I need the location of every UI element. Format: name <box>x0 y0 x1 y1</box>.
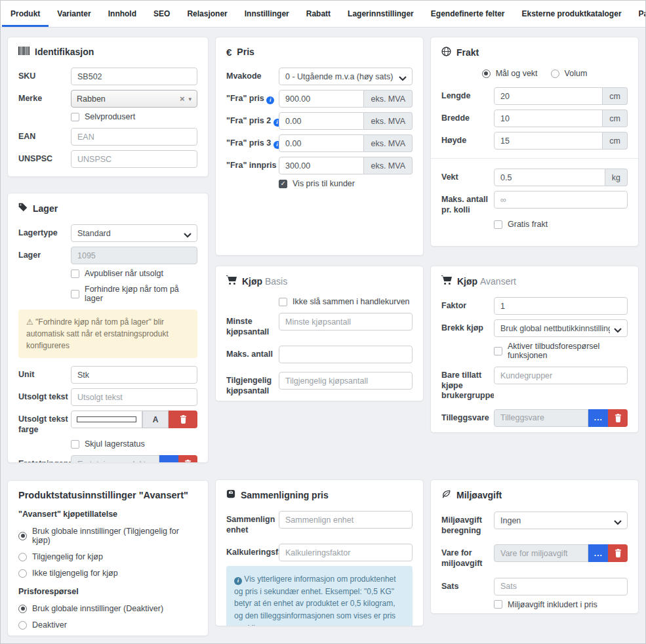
sats-input[interactable] <box>494 578 628 595</box>
selvprodusert-checkbox[interactable] <box>71 113 79 121</box>
utsolgt-tekst-input[interactable] <box>71 388 197 406</box>
utsolgt-tekst-label: Utsolgt tekst <box>18 388 71 403</box>
skjul-lagerstatus-checkbox-row[interactable]: Skjul lagerstatus <box>71 439 197 449</box>
vis-pris-checkbox-row[interactable]: Vis pris til kunder <box>279 179 413 188</box>
skjul-lagerstatus-checkbox[interactable] <box>71 440 79 449</box>
forhindre-checkbox-row[interactable]: Forhindre kjøp når tom på lager <box>71 285 197 303</box>
mvakode-select[interactable]: 0 - Utgående m.v.a (høy sats) +25% (25 <box>279 68 413 85</box>
radio-ikke-tilgjengelig[interactable]: Ikke tilgjengelig for kjøp <box>18 569 197 578</box>
clear-icon[interactable]: × <box>180 94 185 104</box>
column-middle: € Pris Mvakode 0 - Utgående m.v.a (høy s… <box>215 37 424 626</box>
card-identifikasjon: Identifikasjon SKU Merke Rabben × ▾ Selv <box>7 37 209 177</box>
kalkuleringsfaktor-input[interactable] <box>279 544 413 561</box>
chevron-down-icon <box>614 326 622 335</box>
selvprodusert-checkbox-row[interactable]: Selvprodusert <box>71 112 197 121</box>
hoyde-input[interactable] <box>494 132 603 150</box>
radio-button[interactable] <box>551 70 559 78</box>
lagertype-select[interactable]: Standard <box>71 224 197 242</box>
radio-button[interactable] <box>482 70 491 78</box>
tab-innhold[interactable]: Innhold <box>100 1 145 27</box>
mvakode-label: Mvakode <box>226 68 279 82</box>
vekt-input[interactable] <box>494 169 605 186</box>
tilleggsvare-browse-button[interactable]: ... <box>588 409 608 427</box>
globe-icon <box>441 47 451 58</box>
tab-seo[interactable]: SEO <box>145 1 178 27</box>
aktiver-tilbud-checkbox[interactable] <box>494 347 502 355</box>
miljoavgift-inkludert-label: Miljøavgift inkludert i pris <box>508 600 597 609</box>
gratis-frakt-checkbox[interactable] <box>494 220 502 229</box>
fra-pris-input[interactable] <box>279 90 364 108</box>
forhindre-checkbox[interactable] <box>71 290 79 298</box>
mva-suffix: eks. MVA <box>364 90 413 108</box>
tab-eksterne-produktkataloger[interactable]: Eksterne produktkataloger <box>514 1 630 27</box>
miljoavgift-beregning-select[interactable]: Ingen <box>494 512 628 529</box>
tab-egendefinerte-felter[interactable]: Egendefinerte felter <box>422 1 514 27</box>
tab-lagerinnstillinger[interactable]: Lagerinnstillinger <box>339 1 422 27</box>
tab-produkt[interactable]: Produkt <box>2 1 49 27</box>
ikke-sla-checkbox[interactable] <box>279 298 287 306</box>
erstatningsprodukt-browse-button[interactable]: ... <box>159 455 178 463</box>
info-icon[interactable]: i <box>273 141 279 149</box>
delete-color-button[interactable] <box>169 411 197 428</box>
fra-pris-2-input[interactable] <box>279 112 364 130</box>
aktiver-tilbud-checkbox-row[interactable]: Aktiver tilbudsforespørsel funksjonen <box>494 342 628 360</box>
tab-pakkeprodukt[interactable]: Pakkeprodukt <box>630 1 646 27</box>
info-icon: i <box>234 577 242 585</box>
card-pris: € Pris Mvakode 0 - Utgående m.v.a (høy s… <box>215 37 424 256</box>
maks-antall-input[interactable] <box>279 346 413 363</box>
tab-rabatt[interactable]: Rabatt <box>298 1 339 27</box>
gratis-frakt-checkbox-row[interactable]: Gratis frakt <box>494 220 628 229</box>
lengde-input[interactable] <box>494 87 603 105</box>
tab-varianter[interactable]: Varianter <box>49 1 99 27</box>
info-icon[interactable]: i <box>273 119 279 127</box>
bredde-input[interactable] <box>494 110 603 127</box>
divider <box>431 158 638 159</box>
vare-browse-button[interactable]: ... <box>588 544 608 562</box>
sammenlign-enhet-input[interactable] <box>279 511 413 529</box>
merke-select[interactable]: Rabben × ▾ <box>71 90 197 108</box>
tab-relasjoner[interactable]: Relasjoner <box>178 1 235 27</box>
radio-tilgjengelig[interactable]: Tilgjengelig for kjøp <box>18 552 197 561</box>
radio-globale-pris[interactable]: Bruk globale innstillinger (Deaktiver) <box>18 604 197 613</box>
avpubliser-checkbox[interactable] <box>71 270 79 278</box>
ikke-sla-checkbox-row[interactable]: Ikke slå sammen i handlekurven <box>279 297 413 306</box>
brekk-kjop-select[interactable]: Bruk global nettbutikkinnstilling <box>494 319 628 337</box>
chevron-down-icon <box>184 231 192 240</box>
minste-kjopsantall-input[interactable] <box>279 313 413 331</box>
card-title: Produktstatusinnstillinger "Avansert" <box>18 490 197 500</box>
sku-input[interactable] <box>71 68 197 85</box>
kundegrupper-input[interactable] <box>494 367 628 384</box>
unspsc-input[interactable] <box>71 150 197 168</box>
vis-pris-checkbox[interactable] <box>279 180 287 188</box>
info-icon[interactable]: i <box>266 96 274 104</box>
fra-pris-3-input[interactable] <box>279 134 364 152</box>
unit-input[interactable] <box>71 366 197 384</box>
miljoavgift-inkludert-checkbox-row[interactable]: Miljøavgift inkludert i pris <box>494 600 628 609</box>
radio-globale-kjop[interactable]: Bruk globale innstillinger (Tilgjengelig… <box>18 527 197 545</box>
utsolgt-tekst-farge-input[interactable] <box>71 411 142 428</box>
faktor-input[interactable] <box>494 297 628 315</box>
radio-button[interactable] <box>18 621 27 630</box>
chevron-down-icon[interactable]: ▾ <box>188 96 192 102</box>
maks-kolli-input[interactable] <box>494 191 628 209</box>
radio-mal-og-vekt[interactable]: Mål og vekt <box>482 69 538 78</box>
ean-input[interactable] <box>71 128 197 146</box>
tab-innstillinger[interactable]: Innstillinger <box>236 1 298 27</box>
kalkuleringsfaktor-label: Kalkuleringsfaktor <box>226 544 279 558</box>
card-miljoavgift: Miljøavgift Miljøavgift beregning Ingen … <box>430 479 639 614</box>
radio-button[interactable] <box>18 553 27 561</box>
radio-volum[interactable]: Volum <box>551 69 588 78</box>
radio-button[interactable] <box>18 532 27 540</box>
erstatningsprodukt-delete-button[interactable] <box>178 455 197 463</box>
trash-icon <box>180 415 187 424</box>
tilleggsvare-delete-button[interactable] <box>608 409 628 427</box>
radio-deaktiver[interactable]: Deaktiver <box>18 620 197 630</box>
fra-innpris-input[interactable] <box>279 157 364 174</box>
vare-delete-button[interactable] <box>608 544 628 562</box>
radio-button[interactable] <box>18 569 27 578</box>
tilgjengelig-kjopsantall-input[interactable] <box>279 372 413 390</box>
avpubliser-checkbox-row[interactable]: Avpubliser når utsolgt <box>71 269 197 278</box>
text-color-button[interactable]: A <box>142 411 169 428</box>
radio-button[interactable] <box>18 605 27 613</box>
miljoavgift-inkludert-checkbox[interactable] <box>494 600 502 609</box>
